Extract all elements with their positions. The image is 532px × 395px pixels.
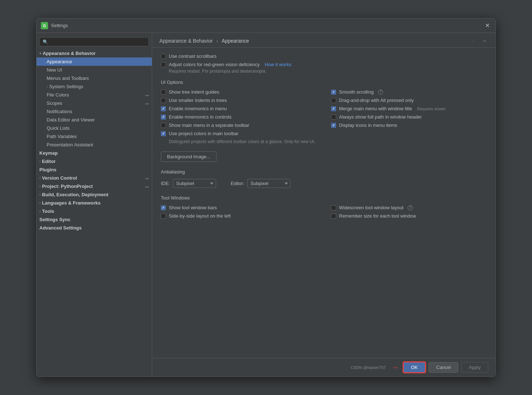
file-colors-icon: ▬ [145,93,149,97]
search-box: 🔍 [39,37,149,46]
contrast-scrollbars-checkbox[interactable] [161,54,166,59]
tool-windows-left: Show tool window bars Side-by-side layou… [161,205,317,222]
smooth-scrolling-checkbox[interactable] [331,90,336,95]
forward-arrow[interactable]: → [480,37,488,44]
sidebar-item-label: Appearance & Behavior [43,51,96,56]
widescreen-checkbox[interactable] [331,205,336,210]
tool-windows-right: Widescreen tool window layout ? Remember… [331,205,487,222]
red-green-checkbox[interactable] [161,62,166,67]
ok-button[interactable]: OK [403,362,426,373]
sidebar-item-settings-sync[interactable]: Settings Sync [37,215,152,224]
close-button[interactable]: ✕ [484,21,491,30]
drag-drop-row: Drag-and-drop with Alt pressed only [331,98,487,103]
sidebar-item-appearance[interactable]: Appearance [37,57,152,66]
widescreen-help[interactable]: ? [408,205,413,210]
separate-toolbar-checkbox[interactable] [161,123,166,128]
cancel-button[interactable]: Cancel [429,362,458,373]
sidebar-item-label: New UI [47,67,62,73]
sidebar-item-system-settings[interactable]: › System Settings [37,82,152,91]
widescreen-label: Widescreen tool window layout [339,205,403,210]
merge-menu-label: Merge main menu with window title [339,106,412,111]
smooth-scrolling-help[interactable]: ? [378,90,383,95]
sidebar-item-advanced-settings[interactable]: Advanced Settings [37,224,152,232]
sidebar-item-path-variables[interactable]: Path Variables [37,132,152,141]
chevron-icon: ▾ [39,51,41,55]
sidebar-item-languages[interactable]: › Languages & Frameworks [37,199,152,207]
mnemonics-menu-checkbox[interactable] [161,106,166,111]
display-icons-checkbox[interactable] [331,123,336,128]
side-by-side-checkbox[interactable] [161,214,166,219]
sidebar-item-presentation-assistant[interactable]: Presentation Assistant [37,141,152,149]
sidebar-item-file-colors[interactable]: File Colors ▬ [37,91,152,99]
sidebar-item-label: System Settings [49,84,83,89]
project-colors-label: Use project colors in main toolbar [169,131,239,136]
sidebar-item-label: Build, Execution, Deployment [42,192,108,197]
project-icon: ▬ [145,184,149,188]
sidebar-item-appearance-behavior[interactable]: ▾ Appearance & Behavior [37,49,152,57]
sidebar-item-editor[interactable]: › Editor [37,157,152,166]
side-by-side-label: Side-by-side layout on the left [169,213,231,219]
drag-drop-label: Drag-and-drop with Alt pressed only [339,98,414,103]
merge-menu-checkbox[interactable] [331,106,336,111]
red-green-hint: Requires restart. For protanopia and deu… [169,69,487,74]
back-arrow[interactable]: ← [469,37,477,44]
smaller-indents-checkbox[interactable] [161,98,166,103]
sidebar-item-label: Keymap [39,150,58,156]
antialiasing-title: Antialiasing [161,169,487,175]
sidebar-item-project[interactable]: › Project: PythonProject ▬ [37,182,152,190]
separate-toolbar-row: Show main menu in a separate toolbar [161,123,317,128]
ide-aa-select[interactable]: Subpixel None Greyscale [173,179,216,188]
background-image-button[interactable]: Background Image... [161,151,216,162]
full-path-label: Always show full path in window header [339,114,422,120]
project-colors-checkbox[interactable] [161,131,166,136]
editor-aa-label: Editor: [231,181,244,186]
sidebar-item-version-control[interactable]: › Version Control ▬ [37,174,152,182]
sidebar-item-keymap[interactable]: Keymap [37,149,152,157]
contrast-scrollbars-label: Use contrast scrollbars [169,53,216,59]
full-path-checkbox[interactable] [331,115,336,120]
bottom-bar: CSDN @hacker707 → OK Cancel Apply [152,358,495,377]
sidebar-item-plugins[interactable]: Plugins [37,166,152,174]
sidebar-item-tools[interactable]: › Tools [37,207,152,215]
display-icons-label: Display icons in menu items [339,123,397,128]
show-tool-bars-row: Show tool window bars [161,205,317,210]
drag-drop-checkbox[interactable] [331,98,336,103]
sidebar-item-label: Scopes [47,100,62,106]
sidebar: 🔍 ▾ Appearance & Behavior Appearance New… [37,33,152,377]
red-green-row: Adjust colors for red-green vision defic… [161,62,487,67]
remember-size-checkbox[interactable] [331,214,336,219]
sidebar-item-new-ui[interactable]: New UI [37,66,152,74]
chevron-icon: › [39,209,40,213]
sidebar-item-data-editor[interactable]: Data Editor and Viewer [37,116,152,124]
sidebar-item-build[interactable]: › Build, Execution, Deployment [37,190,152,199]
sidebar-item-notifications[interactable]: Notifications [37,107,152,116]
sidebar-item-label: Presentation Assistant [47,142,93,147]
sidebar-item-label: Plugins [39,167,56,172]
editor-aa-select[interactable]: Subpixel None Greyscale [247,179,291,188]
sidebar-item-menus-toolbars[interactable]: Menus and Toolbars [37,74,152,82]
smaller-indents-label: Use smaller indents in trees [169,98,227,103]
window-title: Settings [51,23,484,28]
sidebar-item-label: Menus and Toolbars [47,76,89,81]
sidebar-item-label: File Colors [47,92,69,98]
sidebar-item-label: Project: PythonProject [42,184,93,189]
show-tool-bars-checkbox[interactable] [161,205,166,210]
apply-button[interactable]: Apply [461,362,488,373]
how-it-works-link[interactable]: How it works [265,62,291,67]
tree-indent-checkbox[interactable] [161,90,166,95]
sidebar-item-label: Editor [42,159,56,164]
search-icon: 🔍 [43,39,48,44]
red-green-label: Adjust colors for red-green vision defic… [169,62,259,67]
app-icon: G [41,22,48,29]
ui-options-right: Smooth scrolling ? Drag-and-drop with Al… [331,89,487,146]
breadcrumb: Appearance & Behavior › Appearance [159,38,249,44]
sidebar-item-quick-lists[interactable]: Quick Lists [37,124,152,132]
search-input[interactable] [50,39,146,44]
sidebar-item-scopes[interactable]: Scopes ▬ [37,99,152,107]
merge-menu-row: Merge main menu with window title Requir… [331,106,487,111]
mnemonics-controls-checkbox[interactable] [161,115,166,120]
sidebar-item-label: Quick Lists [47,125,70,131]
editor-aa-item: Editor: Subpixel None Greyscale [231,179,291,188]
smaller-indents-row: Use smaller indents in trees [161,98,317,103]
content-area: 🔍 ▾ Appearance & Behavior Appearance New… [37,33,495,377]
